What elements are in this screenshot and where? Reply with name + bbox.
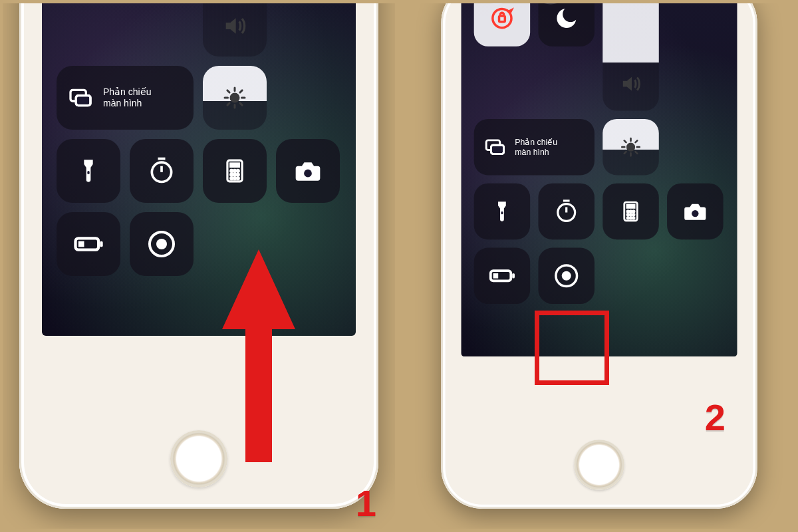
step-number-1: 1 bbox=[356, 481, 376, 525]
control-center-grid: Phản chiếu màn hình bbox=[57, 3, 341, 276]
svg-point-13 bbox=[237, 170, 239, 172]
low-power-battery-icon bbox=[71, 227, 106, 261]
brightness-slider-compact[interactable] bbox=[203, 66, 267, 130]
timer-button[interactable] bbox=[538, 184, 594, 239]
camera-button[interactable] bbox=[276, 139, 340, 203]
svg-point-17 bbox=[231, 178, 233, 180]
flashlight-icon bbox=[75, 158, 102, 184]
camera-icon bbox=[293, 156, 323, 186]
svg-point-20 bbox=[304, 170, 312, 178]
svg-point-44 bbox=[627, 217, 629, 219]
do-not-disturb-moon-icon bbox=[553, 5, 579, 31]
low-power-mode-button[interactable] bbox=[57, 212, 120, 276]
camera-button[interactable] bbox=[667, 184, 723, 239]
svg-point-16 bbox=[237, 174, 239, 176]
svg-point-39 bbox=[630, 211, 632, 213]
flashlight-button[interactable] bbox=[57, 139, 120, 203]
svg-point-6 bbox=[231, 94, 239, 102]
svg-rect-34 bbox=[501, 211, 503, 214]
svg-rect-49 bbox=[512, 273, 515, 279]
svg-point-12 bbox=[233, 170, 235, 172]
orientation-lock-icon bbox=[488, 4, 516, 32]
screen-mirroring-icon bbox=[483, 136, 507, 159]
svg-rect-31 bbox=[491, 145, 503, 154]
screen-mirroring-label: Phản chiếu màn hình bbox=[515, 137, 557, 158]
screen-record-button[interactable] bbox=[130, 212, 194, 276]
calculator-button[interactable] bbox=[203, 139, 267, 203]
svg-point-52 bbox=[562, 271, 571, 281]
volume-slider[interactable] bbox=[203, 3, 267, 57]
svg-point-43 bbox=[632, 213, 634, 215]
iphone-device-frame: Phản chiếu màn hình bbox=[19, 3, 378, 509]
svg-marker-26 bbox=[222, 249, 295, 462]
svg-rect-23 bbox=[78, 241, 84, 247]
low-power-battery-icon bbox=[487, 261, 517, 291]
brightness-slider-compact[interactable] bbox=[602, 119, 658, 175]
svg-rect-10 bbox=[231, 164, 239, 167]
svg-point-33 bbox=[627, 144, 634, 151]
volume-icon bbox=[619, 72, 642, 96]
swipe-up-arrow-annotation bbox=[222, 249, 295, 462]
svg-point-8 bbox=[152, 162, 171, 182]
highlight-box-annotation bbox=[535, 311, 609, 385]
home-button[interactable] bbox=[574, 440, 624, 490]
brightness-sun-icon bbox=[620, 136, 642, 158]
svg-point-14 bbox=[231, 174, 233, 176]
volume-slider[interactable] bbox=[602, 3, 658, 111]
screen-mirroring-icon bbox=[67, 84, 94, 111]
step-1-panel: Phản chiếu màn hình bbox=[3, 3, 395, 529]
svg-point-18 bbox=[233, 178, 235, 180]
step-2-panel: Phản chiếu màn hình bbox=[403, 3, 795, 529]
svg-point-19 bbox=[237, 178, 239, 180]
svg-rect-7 bbox=[87, 171, 89, 174]
svg-rect-4 bbox=[76, 96, 90, 106]
svg-point-25 bbox=[156, 239, 167, 249]
svg-rect-22 bbox=[100, 241, 102, 247]
step-number-2: 2 bbox=[705, 396, 726, 439]
svg-point-41 bbox=[627, 213, 629, 215]
timer-button[interactable] bbox=[130, 139, 194, 203]
brightness-sun-icon bbox=[223, 86, 247, 110]
control-center-screen: Phản chiếu màn hình bbox=[461, 3, 737, 356]
svg-point-46 bbox=[632, 217, 634, 219]
camera-icon bbox=[682, 199, 708, 225]
do-not-disturb-toggle[interactable] bbox=[538, 3, 594, 47]
low-power-mode-button[interactable] bbox=[474, 248, 530, 304]
svg-point-15 bbox=[233, 174, 235, 176]
control-center-grid: Phản chiếu màn hình bbox=[474, 3, 725, 304]
orientation-lock-toggle[interactable] bbox=[474, 3, 530, 47]
svg-rect-37 bbox=[627, 205, 634, 207]
svg-point-45 bbox=[630, 217, 632, 219]
screen-mirroring-button[interactable]: Phản chiếu màn hình bbox=[57, 66, 194, 130]
svg-rect-50 bbox=[493, 273, 499, 279]
svg-rect-29 bbox=[499, 16, 505, 22]
flashlight-button[interactable] bbox=[474, 184, 530, 239]
svg-point-35 bbox=[558, 204, 575, 221]
flashlight-icon bbox=[490, 200, 513, 223]
control-center-screen: Phản chiếu màn hình bbox=[42, 3, 356, 336]
screen-mirroring-label: Phản chiếu màn hình bbox=[103, 86, 151, 110]
volume-icon bbox=[221, 13, 248, 39]
screen-record-icon bbox=[146, 228, 178, 260]
calculator-icon bbox=[222, 158, 247, 184]
tutorial-two-step-image: Phản chiếu màn hình bbox=[3, 3, 795, 529]
screen-mirroring-button[interactable]: Phản chiếu màn hình bbox=[474, 119, 595, 175]
svg-point-40 bbox=[632, 211, 634, 213]
home-button[interactable] bbox=[170, 430, 227, 487]
svg-point-42 bbox=[630, 213, 632, 215]
screen-record-icon bbox=[553, 262, 581, 290]
calculator-icon bbox=[620, 200, 642, 222]
timer-icon bbox=[147, 156, 176, 186]
timer-icon bbox=[553, 199, 579, 225]
svg-point-38 bbox=[627, 211, 629, 213]
screen-record-button[interactable] bbox=[538, 248, 594, 304]
svg-point-47 bbox=[692, 210, 698, 217]
calculator-button[interactable] bbox=[602, 184, 658, 239]
svg-point-11 bbox=[231, 170, 233, 172]
